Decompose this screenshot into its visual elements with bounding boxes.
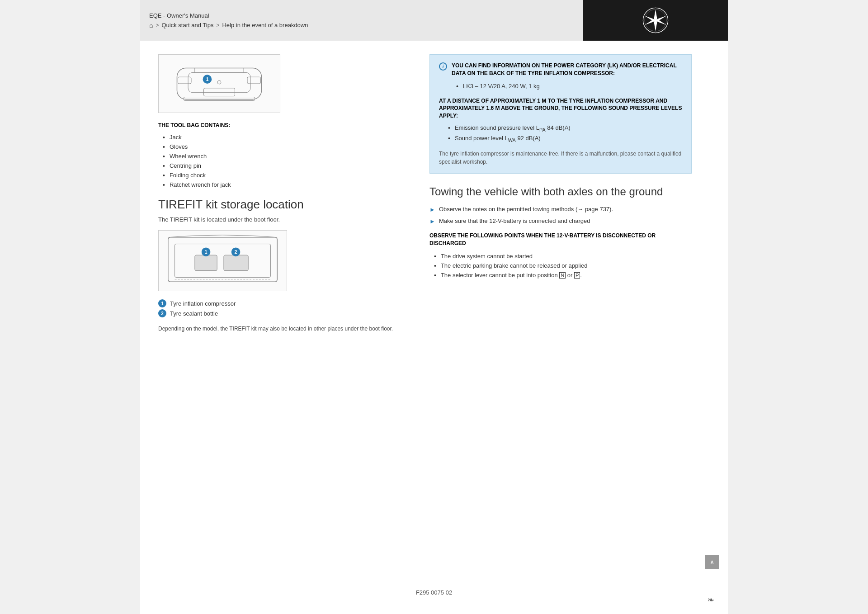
item2-label: Tyre sealant bottle [170,310,218,317]
info-box-title: YOU CAN FIND INFORMATION ON THE POWER CA… [452,62,682,77]
list-item: Folding chock [158,172,411,179]
info-box-header: i YOU CAN FIND INFORMATION ON THE POWER … [439,62,682,77]
manual-title: EQE - Owner's Manual [149,12,574,19]
svg-rect-23 [224,255,248,270]
list-item: Wheel wrench [158,153,411,160]
list-item: Gloves [158,143,411,151]
svg-point-8 [654,19,657,22]
right-column: i YOU CAN FIND INFORMATION ON THE POWER … [429,54,692,333]
num-1-badge: 1 [158,299,166,307]
towing-item-1-text: Observe the notes on the permitted towin… [439,206,613,213]
tirefit-desc: The TIREFIT kit is located under the boo… [158,216,411,223]
svg-point-16 [217,80,221,84]
bottom-mark: ❧ [708,595,714,605]
svg-rect-15 [204,88,235,96]
chevron-up-icon: ∧ [710,558,714,566]
item2: 2 Tyre sealant bottle [158,309,411,317]
observe-list: The drive system cannot be started The e… [429,253,692,279]
num-2-badge: 2 [158,309,166,317]
main-content: 1 THE TOOL BAG CONTAINS: Jack Gloves Whe… [140,41,728,346]
list-item: Sound power level LWA 92 dB(A) [443,135,682,143]
svg-rect-10 [188,72,250,92]
item1: 1 Tyre inflation compressor [158,299,411,307]
breadcrumb-step2: Help in the event of a breakdown [222,22,308,28]
trunk-image: 1 2 [158,230,287,291]
breadcrumb-sep-2: > [216,22,219,28]
arrow-icon-1: ► [429,206,435,213]
tirefit-heading: TIREFIT kit storage location [158,198,411,212]
breadcrumb: ⌂ > Quick start and Tips > Help in the e… [149,22,574,29]
left-column: 1 THE TOOL BAG CONTAINS: Jack Gloves Whe… [158,54,411,333]
svg-rect-11 [178,77,191,84]
tirefit-note: Depending on the model, the TIREFIT kit … [158,325,393,333]
svg-rect-12 [247,77,261,84]
breadcrumb-sep-1: > [156,22,159,28]
svg-text:2: 2 [235,249,237,255]
list-item: The electric parking brake cannot be rel… [429,262,692,269]
svg-rect-22 [195,255,217,270]
arrow-icon-2: ► [429,218,435,225]
mercedes-star-icon [642,7,669,34]
towing-heading: Towing the vehicle with both axles on th… [429,184,692,198]
towing-item-2-text: Make sure that the 12-V-battery is conne… [439,217,590,224]
tool-bag-title: THE TOOL BAG CONTAINS: [158,122,411,128]
info-box: i YOU CAN FIND INFORMATION ON THE POWER … [429,54,692,174]
header-logo-area [583,0,728,41]
list-item: Ratchet wrench for jack [158,181,411,189]
observe-title: OBSERVE THE FOLLOWING POINTS WHEN THE 12… [429,232,692,247]
page-footer: F295 0075 02 [140,589,728,596]
item1-label: Tyre inflation compressor [170,300,236,307]
list-item: Emission sound pressure level LPA 84 dB(… [443,124,682,132]
svg-text:1: 1 [206,76,208,82]
list-item: LK3 – 12 V/20 A, 240 W, 1 kg [452,83,682,90]
list-item: Centring pin [158,162,411,170]
list-item: The drive system cannot be started [429,253,692,260]
list-item: Jack [158,134,411,141]
home-icon[interactable]: ⌂ [149,22,153,29]
towing-item-1: ► Observe the notes on the permitted tow… [429,206,692,213]
list-item: The selector lever cannot be put into po… [429,272,692,279]
header-text-area: EQE - Owner's Manual ⌂ > Quick start and… [140,8,583,33]
svg-rect-21 [175,244,271,278]
tool-bag-list: Jack Gloves Wheel wrench Centring pin Fo… [158,134,411,189]
sound-list: Emission sound pressure level LPA 84 dB(… [443,124,682,142]
car-image: 1 [158,54,280,113]
svg-rect-19 [184,97,255,101]
scroll-top-button[interactable]: ∧ [705,555,719,569]
page-code: F295 0075 02 [416,589,452,596]
towing-item-2: ► Make sure that the 12-V-battery is con… [429,217,692,225]
header: EQE - Owner's Manual ⌂ > Quick start and… [140,0,728,41]
svg-text:1: 1 [205,249,208,255]
info-icon: i [439,62,447,71]
info-box-bullet-list: LK3 – 12 V/20 A, 240 W, 1 kg [452,83,682,90]
breadcrumb-step1[interactable]: Quick start and Tips [161,22,213,28]
info-box-footer: The tyre inflation compressor is mainten… [439,150,682,166]
info-box-section2-title: AT A DISTANCE OF APPROXIMATELY 1 M TO TH… [439,97,682,120]
